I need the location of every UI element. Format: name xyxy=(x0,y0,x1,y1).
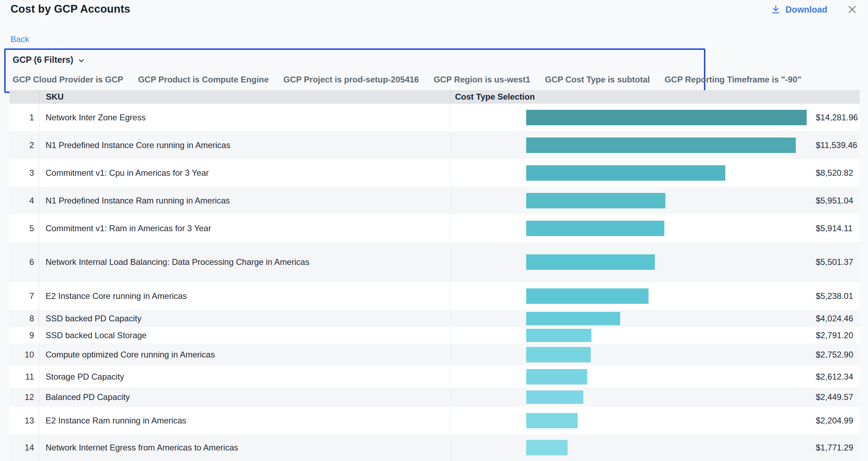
row-number: 13 xyxy=(9,407,39,434)
bar-cell: $5,914.11 xyxy=(450,214,860,242)
filter-chip[interactable]: GCP Product is Compute Engine xyxy=(138,75,269,85)
bar xyxy=(526,413,578,428)
back-link[interactable]: Back xyxy=(11,34,29,44)
bar-track xyxy=(526,413,807,428)
bar xyxy=(526,138,796,153)
sku-label: Network Inter Zone Egress xyxy=(39,113,450,122)
filter-chip[interactable]: GCP Region is us-west1 xyxy=(434,75,530,85)
close-button[interactable] xyxy=(847,4,857,15)
bar xyxy=(526,110,807,125)
bar-track xyxy=(526,347,807,362)
bar xyxy=(526,288,649,304)
row-number: 8 xyxy=(9,310,39,327)
table-row[interactable]: 3 Commitment v1: Cpu in Americas for 3 Y… xyxy=(9,159,860,187)
bar xyxy=(526,221,664,236)
table-row[interactable]: 9 SSD backed Local Storage $2,791.20 xyxy=(9,327,860,343)
table-row[interactable]: 2 N1 Predefined Instance Core running in… xyxy=(9,131,860,159)
table-header: SKU Cost Type Selection xyxy=(9,90,860,103)
bar-cell: $2,752.90 xyxy=(450,343,860,366)
sku-label: N1 Predefined Instance Ram running in Am… xyxy=(39,196,450,206)
sku-label: Compute optimized Core running in Americ… xyxy=(39,350,450,360)
bar-cell: $5,501.37 xyxy=(450,242,860,282)
row-number: 10 xyxy=(9,343,39,366)
bar-value-label: $14,281.96 xyxy=(816,113,858,122)
bar-track xyxy=(526,165,807,181)
bar xyxy=(526,390,583,404)
chevron-down-icon xyxy=(77,57,85,65)
bar-value-label: $8,520.82 xyxy=(816,168,853,178)
row-number: 3 xyxy=(9,159,39,187)
table-row[interactable]: 8 SSD backed PD Capacity $4,024.46 xyxy=(9,310,860,327)
table-body: 1 Network Inter Zone Egress $14,281.96 2… xyxy=(9,103,860,461)
bar-value-label: $5,951.04 xyxy=(816,196,853,206)
bar-cell: $2,612.34 xyxy=(450,366,860,388)
bar-value-label: $5,501.37 xyxy=(816,257,853,267)
bar-cell: $2,791.20 xyxy=(450,327,860,343)
sku-label: Network Internet Egress from Americas to… xyxy=(39,443,450,453)
table-row[interactable]: 5 Commitment v1: Ram in Americas for 3 Y… xyxy=(9,214,860,242)
sku-label: Storage PD Capacity xyxy=(39,372,450,382)
row-number: 14 xyxy=(9,434,39,461)
bar-value-label: $4,024.46 xyxy=(816,314,853,323)
table-row[interactable]: 4 N1 Predefined Instance Ram running in … xyxy=(9,187,860,214)
table-row[interactable]: 10 Compute optimized Core running in Ame… xyxy=(9,343,860,366)
bar-cell: $1,771.29 xyxy=(450,434,860,461)
bar-value-label: $2,752.90 xyxy=(816,350,853,360)
sku-label: SSD backed PD Capacity xyxy=(39,314,450,323)
download-button[interactable]: Download xyxy=(771,5,827,15)
filter-summary-label: GCP (6 Filters) xyxy=(13,55,73,65)
bar xyxy=(526,347,591,362)
row-number: 7 xyxy=(9,282,39,310)
row-number: 6 xyxy=(9,242,39,282)
bar-track xyxy=(526,440,807,455)
close-icon xyxy=(847,4,857,15)
row-number: 11 xyxy=(9,366,39,388)
bar-cell: $14,281.96 xyxy=(450,103,860,131)
filter-chip[interactable]: GCP Cost Type is subtotal xyxy=(545,75,650,85)
table-row[interactable]: 13 E2 Instance Ram running in Americas $… xyxy=(9,407,860,434)
table-row[interactable]: 7 E2 Instance Core running in Americas $… xyxy=(9,282,860,310)
filter-chip[interactable]: GCP Reporting Timeframe is "-90" xyxy=(665,75,801,85)
bar-cell: $8,520.82 xyxy=(450,159,860,187)
cost-table: SKU Cost Type Selection 1 Network Inter … xyxy=(9,90,860,461)
bar-value-label: $2,449.57 xyxy=(816,392,853,402)
row-number: 12 xyxy=(9,388,39,407)
table-row[interactable]: 6 Network Internal Load Balancing: Data … xyxy=(9,242,860,282)
bar-track xyxy=(526,221,807,236)
bar-track xyxy=(526,329,807,342)
header-sku: SKU xyxy=(39,90,450,103)
sku-label: Commitment v1: Cpu in Americas for 3 Yea… xyxy=(39,168,450,178)
filter-summary-toggle[interactable]: GCP (6 Filters) xyxy=(13,55,697,65)
table-row[interactable]: 1 Network Inter Zone Egress $14,281.96 xyxy=(9,103,860,131)
bar xyxy=(526,312,620,325)
sku-label: N1 Predefined Instance Core running in A… xyxy=(39,140,450,150)
bar-value-label: $5,914.11 xyxy=(816,223,853,233)
table-row[interactable]: 14 Network Internet Egress from Americas… xyxy=(9,434,860,461)
filter-chip[interactable]: GCP Cloud Provider is GCP xyxy=(13,75,123,85)
filter-chip[interactable]: GCP Project is prod-setup-205416 xyxy=(284,75,419,85)
row-number: 5 xyxy=(9,214,39,242)
row-number: 1 xyxy=(9,103,39,131)
bar-track xyxy=(526,288,807,304)
table-row[interactable]: 12 Balanced PD Capacity $2,449.57 xyxy=(9,388,860,407)
bar xyxy=(526,329,591,342)
bar-track xyxy=(526,390,807,404)
table-row[interactable]: 11 Storage PD Capacity $2,612.34 xyxy=(9,366,860,388)
row-number: 2 xyxy=(9,131,39,159)
row-number: 9 xyxy=(9,327,39,343)
filter-box: GCP (6 Filters) GCP Cloud Provider is GC… xyxy=(4,48,705,93)
bar-track xyxy=(526,110,807,125)
filter-chip-list: GCP Cloud Provider is GCPGCP Product is … xyxy=(13,75,697,85)
bar-track xyxy=(526,312,807,325)
bar-value-label: $2,204.99 xyxy=(816,416,853,426)
download-icon xyxy=(771,5,781,14)
bar-cell: $11,539.46 xyxy=(450,131,860,159)
bar xyxy=(526,369,587,385)
download-label: Download xyxy=(786,5,827,15)
bar-value-label: $11,539.46 xyxy=(816,140,857,150)
row-number: 4 xyxy=(9,187,39,214)
sku-label: Commitment v1: Ram in Americas for 3 Yea… xyxy=(39,223,450,233)
bar-track xyxy=(526,193,807,208)
sku-label: SSD backed Local Storage xyxy=(39,330,450,340)
bar-value-label: $2,612.34 xyxy=(816,372,853,382)
